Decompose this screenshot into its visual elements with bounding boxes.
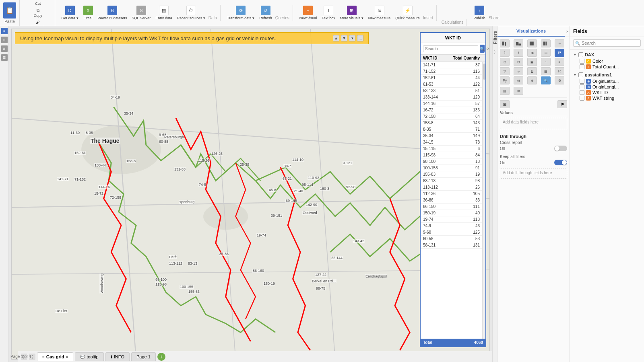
field-item-wkt-string[interactable]: A WKT string [570, 95, 644, 101]
viz-icon-table2[interactable]: ▤ [500, 87, 510, 95]
field-item-originlat[interactable]: ⊕ OriginLatitu... [570, 78, 644, 84]
viz-icon-scatter[interactable]: ⁞ [514, 49, 523, 57]
wkt-table-row[interactable]: 98-10013 [421, 158, 482, 165]
sidebar-icon-1[interactable]: ≡ [1, 28, 8, 34]
cut-button[interactable]: ✂ Cut [25, 0, 52, 6]
filters-toggle-icon[interactable]: ⟩ [494, 49, 496, 55]
wkt-table-row[interactable]: 35-34149 [421, 133, 482, 139]
wkt-id-checkbox[interactable] [580, 90, 584, 95]
wkt-table-row[interactable]: 158-8143 [421, 120, 482, 126]
wkt-table-row[interactable]: 144-1657 [421, 101, 482, 107]
tab-info[interactable]: ℹ INFO [105, 352, 130, 361]
wkt-table-row[interactable]: 36-8633 [421, 197, 482, 204]
gasstations-group-checkbox[interactable] [578, 72, 583, 77]
viz-icon-map[interactable]: 🗺 [555, 49, 564, 57]
viz-icon-bar[interactable]: ▊▌ [500, 39, 510, 47]
tab-gas-grid-close[interactable]: × [66, 355, 68, 359]
wkt-table-row[interactable]: 9-60125 [421, 229, 482, 236]
excel-button[interactable]: X Excel [82, 5, 95, 21]
sidebar-icon-3[interactable]: ⊠ [1, 45, 8, 52]
wkt-table-row[interactable]: 74-946 [421, 223, 482, 229]
viz-icon-line[interactable]: ∿ [555, 39, 564, 47]
wkt-table-row[interactable]: 71-152116 [421, 68, 482, 75]
viz-icon-area[interactable]: ⌇ [500, 49, 510, 57]
new-measure-button[interactable]: fx New measure [367, 5, 392, 21]
viz-tab-visualizations[interactable]: Visualizations [497, 26, 565, 37]
field-item-wkt-id[interactable]: A WKT ID [570, 90, 644, 95]
wkt-search-button[interactable]: 🔍 [480, 45, 485, 53]
refresh-button[interactable]: ↺ Refresh [258, 5, 274, 21]
total-quant-checkbox[interactable] [580, 64, 584, 69]
viz-values-drop-area[interactable]: Add data fields here [500, 118, 567, 129]
wkt-table-row[interactable]: 150-1940 [421, 210, 482, 216]
field-item-total-quant[interactable]: Σ Total Quant... [570, 64, 644, 70]
wkt-table-row[interactable]: 19-74118 [421, 216, 482, 223]
title-more-btn[interactable]: … [357, 35, 363, 41]
viz-icon-bar2[interactable]: ▇▄ [514, 39, 523, 47]
viz-format-icon[interactable]: ⊞ [500, 100, 510, 108]
paste-icon[interactable]: 📋 [3, 2, 16, 19]
viz-icon-matrix[interactable]: ⊟ [514, 58, 523, 66]
viz-icon-r[interactable]: R [555, 67, 564, 75]
viz-icon-gauge[interactable]: ⌀ [514, 67, 523, 75]
wkt-table-row[interactable]: 83-11398 [421, 178, 482, 184]
wkt-scrollbar[interactable] [482, 62, 485, 339]
field-group-dax-header[interactable]: ▼ DAX [570, 51, 644, 58]
transform-data-button[interactable]: ⟳ Transform data ▾ [225, 5, 256, 21]
wkt-table-row[interactable]: 61-53122 [421, 81, 482, 88]
sidebar-icon-4[interactable]: ☰ [1, 54, 8, 61]
wkt-table-row[interactable]: 16-72136 [421, 107, 482, 113]
text-box-button[interactable]: T Text box [320, 5, 337, 21]
wkt-table-row[interactable]: 115-9884 [421, 152, 482, 158]
get-data-button[interactable]: D Get data ▾ [60, 5, 80, 21]
viz-icon-ai[interactable]: AI [514, 76, 523, 84]
more-visuals-button[interactable]: ⊞ More visuals ▾ [339, 5, 365, 21]
wkt-scroll-area[interactable]: 141-713771-152116152-614461-5312253-1335… [421, 62, 482, 339]
wkt-table-row[interactable]: 86-150111 [421, 204, 482, 210]
viz-icon-col[interactable]: ▉▋ [527, 39, 537, 47]
wkt-table-row[interactable]: 15-1156 [421, 146, 482, 152]
keep-filters-toggle[interactable] [554, 160, 567, 165]
viz-icon-pie[interactable]: ◑ [527, 49, 537, 57]
viz-icon-waterfall[interactable]: ∐ [527, 67, 537, 75]
viz-icon-card[interactable]: ▣ [527, 58, 537, 66]
tab-gas-grid[interactable]: ≡ Gas grid × [37, 352, 73, 361]
viz-icon-donut[interactable]: ◎ [541, 49, 551, 57]
viz-icon-treemap[interactable]: ▦ [541, 67, 551, 75]
field-item-originlon[interactable]: ⊕ OriginLongi... [570, 84, 644, 90]
viz-icon-icon2[interactable]: ⊞ [514, 87, 523, 95]
wkt-table-row[interactable]: 34-1578 [421, 139, 482, 146]
wkt-table-row[interactable]: 72-15864 [421, 113, 482, 120]
fields-search-input[interactable] [582, 41, 639, 45]
wkt-table-row[interactable]: 8-3571 [421, 126, 482, 133]
viz-icon-table[interactable]: ⊞ [500, 58, 510, 66]
wkt-search-input[interactable] [423, 45, 478, 52]
viz-icon-slicer[interactable]: ≡ [555, 58, 564, 66]
viz-icon-custom3[interactable]: ⚙ [555, 76, 564, 84]
copy-button[interactable]: ⧉ Copy [25, 7, 52, 19]
sql-server-button[interactable]: S SQL Server [130, 5, 153, 21]
viz-icon-kpi[interactable]: ↑ [541, 58, 551, 66]
filters-label[interactable]: Filters [493, 28, 497, 47]
cross-report-toggle[interactable] [554, 146, 567, 151]
title-down-btn[interactable]: ▼ [341, 35, 347, 41]
wkt-table-row[interactable]: 53-13351 [421, 88, 482, 94]
viz-icon-col2[interactable]: ▉▍ [541, 39, 551, 47]
tab-add-button[interactable]: + [157, 353, 165, 361]
wkt-scrollbar-thumb[interactable] [483, 64, 485, 80]
originlon-checkbox[interactable] [580, 84, 584, 89]
quick-measure-button[interactable]: ⚡ Quick measure [394, 5, 421, 21]
wkt-table-row[interactable]: 141-7137 [421, 62, 482, 68]
wkt-table-row[interactable]: 155-8319 [421, 171, 482, 178]
tab-page1[interactable]: Page 1 [131, 352, 156, 361]
viz-icon-custom1[interactable]: ⊕ [527, 76, 537, 84]
viz-panel-arrow[interactable]: › [565, 27, 570, 36]
viz-analytics-icon[interactable]: ⚑ [557, 100, 567, 108]
viz-icon-funnel[interactable]: ▽ [500, 67, 510, 75]
originlat-checkbox[interactable] [580, 79, 584, 84]
wkt-table-row[interactable]: 133-144129 [421, 94, 482, 101]
publish-button[interactable]: ↑ Publish [472, 5, 487, 21]
new-visual-button[interactable]: + New visual [298, 5, 319, 21]
viz-icon-magnify[interactable]: 🔍 [541, 76, 551, 84]
wkt-string-checkbox[interactable] [580, 96, 584, 101]
